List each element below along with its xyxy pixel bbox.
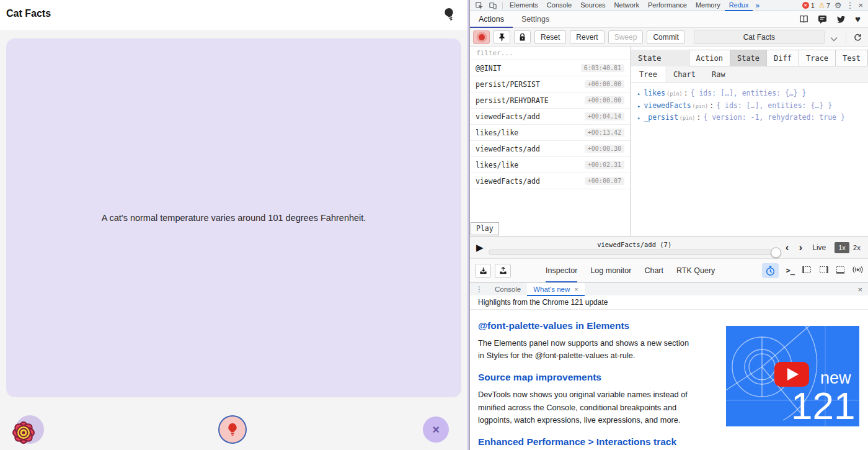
tab-inspector[interactable]: Inspector — [546, 259, 577, 282]
settings-gear-icon[interactable]: ⚙ — [835, 1, 842, 10]
tab-console[interactable]: Console — [542, 0, 576, 11]
play-button[interactable]: ▶ — [476, 242, 484, 253]
tab-actions[interactable]: Actions — [470, 11, 513, 28]
tab-rtk-query[interactable]: RTK Query — [676, 259, 715, 282]
instance-select[interactable]: Cat Facts — [694, 30, 825, 44]
tab-diff[interactable]: Diff — [766, 50, 799, 66]
action-list-item[interactable]: viewedFacts/add +00:00.30 — [470, 141, 630, 157]
error-badge[interactable]: × 1 — [802, 2, 815, 9]
whats-new-video-thumbnail[interactable]: new 121 — [726, 326, 859, 426]
tab-raw[interactable]: Raw — [704, 66, 733, 82]
remote-connection-icon[interactable] — [852, 265, 863, 276]
tab-whats-new[interactable]: What's new × — [527, 283, 585, 296]
commit-button[interactable]: Commit — [647, 30, 684, 44]
expand-icon[interactable]: ▸ — [637, 115, 640, 121]
drawer-close-icon[interactable]: × — [857, 285, 862, 294]
show-fact-button[interactable] — [218, 415, 247, 444]
twitter-icon[interactable] — [836, 15, 846, 24]
expand-icon[interactable]: ▸ — [637, 91, 640, 97]
action-list-item[interactable]: persist/REHYDRATE +00:00.00 — [470, 92, 630, 109]
tab-redux[interactable]: Redux — [725, 0, 753, 11]
tab-settings[interactable]: Settings — [513, 11, 558, 28]
action-list-item[interactable]: likes/like +00:02.31 — [470, 157, 630, 173]
page-title: Cat Facts — [6, 8, 51, 19]
whats-new-content: @font-palette-values in Elements The Ele… — [470, 310, 868, 450]
tab-test[interactable]: Test — [835, 50, 868, 66]
device-toolbar-icon[interactable] — [488, 1, 498, 10]
tab-memory[interactable]: Memory — [691, 0, 725, 11]
action-list-item[interactable]: @@INIT 6:03:40.81 — [470, 60, 630, 76]
record-button[interactable] — [473, 30, 490, 44]
devtools-panel: Elements Console Sources Network Perform… — [469, 0, 868, 450]
redux-player: ▶ viewedFacts/add (7) ‹ › Live 1x 2x — [470, 236, 868, 258]
speed-1x-button[interactable]: 1x — [835, 242, 849, 253]
tree-row[interactable]: ▸viewedFacts(pin):{ ids: […], entities: … — [637, 100, 868, 112]
whats-new-link[interactable]: Enhanced Performance > Interactions trac… — [478, 436, 701, 448]
action-list-item[interactable]: likes/like +00:13.42 — [470, 125, 630, 141]
timeline-slider[interactable]: viewedFacts/add (7) — [489, 240, 781, 255]
import-button[interactable] — [475, 264, 491, 278]
slider-track[interactable] — [489, 250, 781, 255]
tab-close-icon[interactable]: × — [574, 286, 578, 293]
action-list-item[interactable]: viewedFacts/add +00:04.14 — [470, 109, 630, 125]
error-count: 1 — [811, 2, 815, 9]
docs-book-icon[interactable] — [799, 15, 808, 24]
live-button[interactable]: Live — [812, 243, 826, 252]
lock-button[interactable] — [514, 30, 531, 44]
dismiss-button[interactable]: × — [423, 416, 449, 443]
action-list-item[interactable]: viewedFacts/add +00:00.07 — [470, 173, 630, 189]
revert-button[interactable]: Revert — [570, 30, 604, 44]
tab-chart[interactable]: Chart — [665, 66, 704, 82]
dock-right-icon[interactable] — [819, 265, 828, 276]
heart-icon[interactable]: ♥ — [855, 15, 861, 24]
expand-icon[interactable]: ▸ — [637, 103, 640, 109]
inspect-element-icon[interactable] — [474, 1, 484, 10]
tab-drawer-console[interactable]: Console — [489, 283, 527, 296]
step-forward-button[interactable]: › — [799, 242, 803, 253]
react-query-devtools-logo-icon[interactable] — [3, 413, 44, 450]
reset-button[interactable]: Reset — [534, 30, 566, 44]
inspector-tabs: Action State Diff Trace Test — [689, 50, 868, 66]
tab-trace[interactable]: Trace — [799, 50, 835, 66]
dispatcher-toggle-button[interactable] — [762, 263, 779, 278]
filter-input[interactable] — [470, 47, 630, 60]
tree-row[interactable]: ▸_persist(pin):{ version: -1, rehydrated… — [637, 112, 868, 124]
pin-button[interactable] — [494, 30, 510, 44]
action-timestamp: +00:00.00 — [585, 80, 624, 88]
stopwatch-icon — [765, 266, 776, 276]
menu-dots-icon[interactable]: ⋮ — [846, 1, 854, 10]
whats-new-link[interactable]: @font-palette-values in Elements — [478, 320, 701, 331]
tab-elements[interactable]: Elements — [505, 0, 542, 11]
whats-new-paragraph: DevTools now shows you original variable… — [478, 389, 696, 426]
warning-badge[interactable]: ⚠ 7 — [819, 1, 830, 9]
feedback-icon[interactable] — [818, 15, 827, 24]
whats-new-link[interactable]: Source map improvements — [478, 372, 701, 383]
tab-log-monitor[interactable]: Log monitor — [590, 259, 631, 282]
lightbulb-icon[interactable] — [441, 6, 458, 22]
slider-thumb[interactable] — [771, 247, 781, 258]
dock-left-icon[interactable] — [802, 265, 812, 276]
action-list-item[interactable]: persist/PERSIST +00:00.00 — [470, 76, 630, 92]
tab-state[interactable]: State — [730, 50, 766, 66]
tab-tree[interactable]: Tree — [631, 66, 665, 82]
lock-icon — [518, 33, 526, 42]
step-back-button[interactable]: ‹ — [786, 242, 789, 253]
tab-performance[interactable]: Performance — [644, 0, 691, 11]
lightbulb-icon — [226, 423, 239, 436]
more-tabs-icon[interactable]: » — [753, 1, 762, 10]
terminal-icon[interactable]: >_ — [786, 266, 795, 275]
speed-2x-button[interactable]: 2x — [853, 244, 861, 251]
tab-network[interactable]: Network — [610, 0, 644, 11]
tab-action[interactable]: Action — [689, 50, 730, 66]
export-button[interactable] — [495, 264, 511, 278]
drawer-menu-icon[interactable]: ⋮ — [470, 285, 489, 294]
tree-row[interactable]: ▸likes(pin):{ ids: […], entities: {…} } — [637, 88, 868, 100]
tab-sources[interactable]: Sources — [576, 0, 609, 11]
divider — [846, 31, 846, 43]
sweep-button[interactable]: Sweep — [608, 30, 644, 44]
refresh-icon[interactable] — [850, 30, 865, 44]
dock-bottom-icon[interactable] — [836, 265, 845, 276]
tab-chart-monitor[interactable]: Chart — [644, 259, 663, 282]
devtools-close-icon[interactable]: × — [858, 1, 863, 10]
action-timestamp: +00:00.00 — [585, 96, 624, 104]
